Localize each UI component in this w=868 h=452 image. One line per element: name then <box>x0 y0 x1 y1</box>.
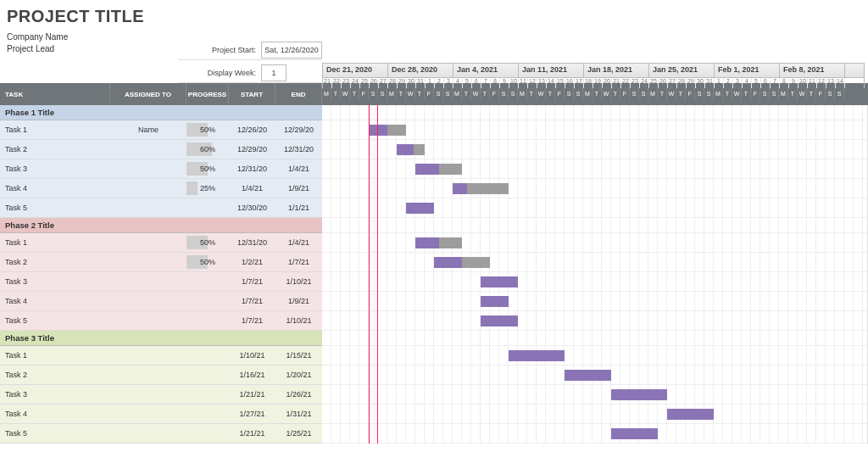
dow-label: F <box>751 88 760 100</box>
gantt-bar[interactable] <box>453 183 509 194</box>
task-end: 1/1/21 <box>275 198 322 217</box>
task-row[interactable]: Task 250%1/2/211/7/21 <box>0 253 322 272</box>
gantt-bar[interactable] <box>481 296 509 307</box>
task-end: 1/20/21 <box>275 366 322 384</box>
task-assigned <box>110 198 186 217</box>
gantt-row <box>322 120 867 140</box>
task-row[interactable]: Task 31/21/211/26/21 <box>0 385 322 405</box>
day-number: 15 <box>556 78 565 88</box>
task-row[interactable]: Task 51/21/211/25/21 <box>0 424 322 444</box>
gantt-bar[interactable] <box>397 144 425 155</box>
dow-label: T <box>527 88 537 100</box>
gantt-row <box>322 424 867 444</box>
project-start-input[interactable]: Sat, 12/26/2020 <box>261 42 322 59</box>
dow-label: T <box>658 88 667 100</box>
dow-label: F <box>620 88 630 100</box>
task-row[interactable]: Task 260%12/29/2012/31/20 <box>0 140 322 159</box>
task-row[interactable]: Task 41/7/211/9/21 <box>0 292 322 311</box>
gantt-bar[interactable] <box>509 350 565 361</box>
task-end: 1/4/21 <box>275 233 322 252</box>
task-row[interactable]: Task 21/16/211/20/21 <box>0 366 322 385</box>
gantt-bar[interactable] <box>415 164 462 175</box>
gantt-bar[interactable] <box>611 428 658 439</box>
day-number: 6 <box>761 78 771 88</box>
task-start: 1/7/21 <box>229 292 275 310</box>
task-end: 1/9/21 <box>275 292 322 310</box>
day-number: 23 <box>631 78 640 88</box>
dow-label: T <box>481 88 490 100</box>
dow-label: S <box>369 88 378 100</box>
task-assigned <box>110 159 186 178</box>
task-row[interactable]: Task 512/30/201/1/21 <box>0 198 322 218</box>
dow-label: S <box>574 88 583 100</box>
dow-label: W <box>537 88 546 100</box>
week-label: Jan 4, 2021 <box>453 64 519 77</box>
dow-label: W <box>341 88 350 100</box>
dow-label: W <box>406 88 415 100</box>
day-number: 27 <box>379 78 388 88</box>
day-number: 22 <box>332 78 342 88</box>
task-row[interactable]: Task 425%1/4/211/9/21 <box>0 179 322 198</box>
day-number: 1 <box>715 78 724 88</box>
task-row[interactable]: Task 41/27/211/31/21 <box>0 405 322 424</box>
dow-label: F <box>425 88 434 100</box>
task-row[interactable]: Task 1Name50%12/26/2012/29/20 <box>0 120 322 140</box>
dow-label: W <box>471 88 481 100</box>
day-number: 28 <box>388 78 398 88</box>
task-start: 1/2/21 <box>229 253 275 271</box>
week-label: Feb 8, 2021 <box>780 64 845 77</box>
phase-header: Phase 1 Title <box>0 105 322 120</box>
task-assigned <box>110 272 186 291</box>
display-week-input[interactable]: 1 <box>261 64 287 81</box>
task-name: Task 4 <box>0 292 110 310</box>
gantt-bar[interactable] <box>406 203 434 214</box>
dow-label: S <box>835 88 844 100</box>
gantt-bar[interactable] <box>481 276 518 287</box>
dow-label: W <box>602 88 611 100</box>
day-number: 9 <box>500 78 509 88</box>
gantt-row <box>322 179 867 198</box>
task-row[interactable]: Task 31/7/211/10/21 <box>0 272 322 292</box>
task-row[interactable]: Task 150%12/31/201/4/21 <box>0 233 322 253</box>
task-progress <box>186 292 229 310</box>
task-assigned <box>110 385 186 404</box>
task-name: Task 3 <box>0 272 110 291</box>
task-row[interactable]: Task 11/10/211/15/21 <box>0 346 322 366</box>
task-start: 1/7/21 <box>229 311 275 330</box>
gantt-bar[interactable] <box>415 237 462 248</box>
gantt-row <box>322 311 867 331</box>
task-name: Task 3 <box>0 159 110 178</box>
gantt-bar[interactable] <box>565 370 611 381</box>
day-number: 26 <box>659 78 668 88</box>
gantt-bar[interactable] <box>667 409 714 420</box>
dow-label: S <box>509 88 518 100</box>
task-end: 1/10/21 <box>275 311 322 330</box>
dow-label: S <box>565 88 574 100</box>
day-number: 29 <box>687 78 696 88</box>
task-start: 12/29/20 <box>229 140 275 159</box>
task-name: Task 2 <box>0 140 110 159</box>
gantt-bar[interactable] <box>611 389 667 400</box>
task-progress: 50% <box>186 120 229 139</box>
day-number: 18 <box>584 78 593 88</box>
gantt-bar[interactable] <box>481 315 518 326</box>
task-end: 1/4/21 <box>275 159 322 178</box>
task-end: 1/26/21 <box>275 385 322 404</box>
task-row[interactable]: Task 350%12/31/201/4/21 <box>0 159 322 179</box>
task-progress <box>186 272 229 291</box>
task-assigned <box>110 253 186 271</box>
task-start: 1/21/21 <box>229 424 275 443</box>
task-row[interactable]: Task 51/7/211/10/21 <box>0 311 322 331</box>
gantt-bar[interactable] <box>434 257 490 268</box>
task-assigned: Name <box>110 120 186 139</box>
task-name: Task 3 <box>0 385 110 404</box>
dow-label: T <box>397 88 406 100</box>
dow-label: T <box>546 88 555 100</box>
day-number: 24 <box>640 78 649 88</box>
dow-label: T <box>593 88 602 100</box>
col-task: TASK <box>0 83 110 105</box>
task-start: 1/7/21 <box>229 272 275 291</box>
dow-label: T <box>742 88 751 100</box>
dow-label: M <box>779 88 788 100</box>
week-label: Dec 21, 2020 <box>323 64 388 77</box>
